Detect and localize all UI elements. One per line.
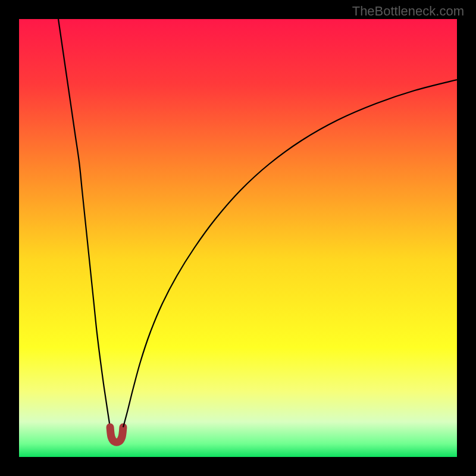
attribution-text: TheBottleneck.com: [352, 4, 464, 19]
bottleneck-chart: [19, 19, 457, 457]
chart-svg: [19, 19, 457, 457]
chart-background: [19, 19, 457, 457]
